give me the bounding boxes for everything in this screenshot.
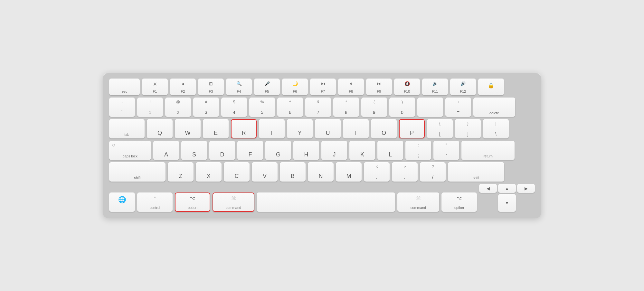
bottom-row: 🌐 ⌃ control ⌥ option ⌘ command ⌘ command… <box>109 184 535 212</box>
arrow-spacer2 <box>517 194 535 212</box>
key-1[interactable]: ! 1 <box>137 98 163 117</box>
key-r[interactable]: R <box>231 119 257 138</box>
key-f4[interactable]: 🔍 F4 <box>226 79 252 95</box>
key-backtick[interactable]: ~ ` <box>109 98 135 117</box>
keyboard: esc ☀ F1 ✦ F2 ⊞ F3 🔍 F4 🎤 F5 🌙 F6 ⏮ F7 <box>103 73 541 218</box>
key-comma[interactable]: < , <box>364 162 390 182</box>
key-f7[interactable]: ⏮ F7 <box>310 79 336 95</box>
key-7[interactable]: & 7 <box>305 98 331 117</box>
key-e[interactable]: E <box>203 119 229 138</box>
qwerty-row: tab Q W E R T Y U I O P <box>109 119 535 138</box>
key-f12[interactable]: 🔊 F12 <box>450 79 476 95</box>
key-period[interactable]: > . <box>392 162 418 182</box>
key-arrow-right[interactable]: ▶ <box>517 184 535 193</box>
key-control[interactable]: ⌃ control <box>137 192 173 212</box>
key-f3[interactable]: ⊞ F3 <box>198 79 224 95</box>
key-slash[interactable]: ? / <box>420 162 446 182</box>
key-m[interactable]: M <box>336 162 362 182</box>
key-n[interactable]: N <box>308 162 334 182</box>
key-5[interactable]: % 5 <box>249 98 275 117</box>
key-f9[interactable]: ⏭ F9 <box>366 79 392 95</box>
key-space[interactable] <box>257 192 395 212</box>
key-q[interactable]: Q <box>147 119 173 138</box>
key-f8[interactable]: ⏯ F8 <box>338 79 364 95</box>
key-shift-right[interactable]: shift <box>448 162 504 182</box>
key-esc[interactable]: esc <box>109 79 140 95</box>
key-delete[interactable]: delete <box>473 98 515 117</box>
key-u[interactable]: U <box>315 119 341 138</box>
key-h[interactable]: H <box>293 141 319 160</box>
arrow-cluster: ◀ ▲ ▶ ▼ <box>479 184 535 212</box>
key-command-right[interactable]: ⌘ command <box>397 192 439 212</box>
key-f[interactable]: F <box>237 141 263 160</box>
shift-row: shift Z X C V B N M < , > . <box>109 162 535 182</box>
key-command-left[interactable]: ⌘ command <box>213 192 254 212</box>
key-c[interactable]: C <box>224 162 250 182</box>
key-equals[interactable]: + = <box>445 98 471 117</box>
key-8[interactable]: * 8 <box>333 98 359 117</box>
key-y[interactable]: Y <box>287 119 313 138</box>
key-option-right[interactable]: ⌥ option <box>441 192 477 212</box>
key-3[interactable]: # 3 <box>193 98 219 117</box>
key-option-left[interactable]: ⌥ option <box>175 192 210 212</box>
key-close-bracket[interactable]: } ] <box>455 119 481 138</box>
key-x[interactable]: X <box>196 162 222 182</box>
key-semicolon[interactable]: : ; <box>405 141 431 160</box>
key-open-bracket[interactable]: { [ <box>427 119 453 138</box>
key-backslash[interactable]: | \ <box>483 119 509 138</box>
key-i[interactable]: I <box>343 119 369 138</box>
key-k[interactable]: K <box>349 141 375 160</box>
key-o[interactable]: O <box>371 119 397 138</box>
key-b[interactable]: B <box>280 162 306 182</box>
key-f2[interactable]: ✦ F2 <box>170 79 196 95</box>
key-shift-left[interactable]: shift <box>109 162 166 182</box>
key-f10[interactable]: 🔇 F10 <box>394 79 420 95</box>
key-capslock[interactable]: caps lock <box>109 141 151 160</box>
key-lock[interactable]: 🔒 <box>478 79 504 95</box>
key-minus[interactable]: _ – <box>417 98 443 117</box>
key-9[interactable]: ( 9 <box>361 98 387 117</box>
key-6[interactable]: ^ 6 <box>277 98 303 117</box>
key-j[interactable]: J <box>321 141 347 160</box>
arrow-bottom-row: ▼ <box>479 194 535 212</box>
key-a[interactable]: A <box>153 141 179 160</box>
key-d[interactable]: D <box>209 141 235 160</box>
key-tab[interactable]: tab <box>109 119 145 138</box>
key-f5[interactable]: 🎤 F5 <box>254 79 280 95</box>
key-v[interactable]: V <box>252 162 278 182</box>
key-arrow-up[interactable]: ▲ <box>498 184 516 193</box>
fn-row: esc ☀ F1 ✦ F2 ⊞ F3 🔍 F4 🎤 F5 🌙 F6 ⏮ F7 <box>109 79 535 95</box>
key-arrow-down[interactable]: ▼ <box>498 194 516 212</box>
key-f1[interactable]: ☀ F1 <box>142 79 168 95</box>
asdf-row: caps lock A S D F G H J K L : ; <box>109 141 535 160</box>
key-w[interactable]: W <box>175 119 201 138</box>
key-t[interactable]: T <box>259 119 285 138</box>
number-row: ~ ` ! 1 @ 2 # 3 $ 4 % 5 ^ 6 & 7 <box>109 98 535 117</box>
key-z[interactable]: Z <box>168 162 194 182</box>
key-0[interactable]: ) 0 <box>389 98 415 117</box>
key-p[interactable]: P <box>399 119 425 138</box>
arrow-spacer <box>479 194 497 212</box>
key-f6[interactable]: 🌙 F6 <box>282 79 308 95</box>
key-l[interactable]: L <box>377 141 403 160</box>
key-f11[interactable]: 🔉 F11 <box>422 79 448 95</box>
key-arrow-left[interactable]: ◀ <box>479 184 497 193</box>
arrow-top-row: ◀ ▲ ▶ <box>479 184 535 193</box>
key-globe[interactable]: 🌐 <box>109 192 135 212</box>
key-4[interactable]: $ 4 <box>221 98 247 117</box>
key-s[interactable]: S <box>181 141 207 160</box>
key-return[interactable]: return <box>461 141 515 160</box>
key-g[interactable]: G <box>265 141 291 160</box>
key-2[interactable]: @ 2 <box>165 98 191 117</box>
key-quote[interactable]: " ' <box>433 141 459 160</box>
